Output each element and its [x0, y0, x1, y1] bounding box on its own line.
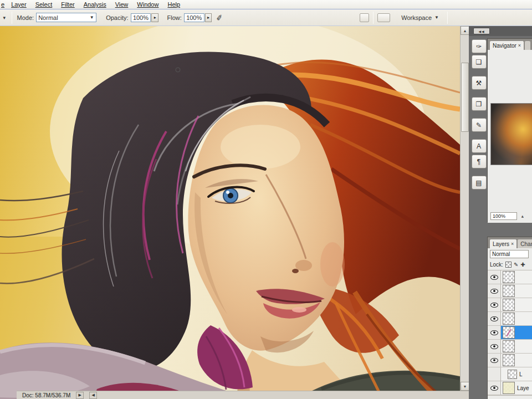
menu-image-partial[interactable]: e — [0, 1, 7, 8]
opacity-input[interactable]: 100% — [131, 13, 151, 22]
navigator-zoom-input[interactable]: 100% — [490, 212, 517, 220]
workspace-arrow-icon: ▼ — [434, 15, 439, 20]
mode-label: Mode: — [17, 14, 34, 21]
eye-icon — [490, 289, 498, 294]
lock-pixels-icon[interactable]: ✎ — [514, 262, 518, 268]
canvas-horizontal-scrollbar[interactable] — [97, 391, 469, 399]
layer-row[interactable] — [488, 312, 532, 326]
layer-row[interactable] — [488, 354, 532, 367]
lock-row: Lock: ✎ ✚ — [488, 259, 532, 270]
brush-preset-arrow-icon[interactable]: ▾ — [1, 15, 8, 21]
scrollbar-thumb[interactable] — [461, 63, 469, 132]
go-to-bridge-icon[interactable] — [377, 13, 390, 22]
styles-panel-icon[interactable]: ❏ — [472, 55, 487, 69]
navigator-body: 100% ▴ — [488, 50, 532, 223]
blend-mode-row: Normal — [488, 248, 532, 259]
palette-well-icon[interactable] — [360, 13, 369, 22]
eye-icon — [490, 303, 498, 308]
lock-position-icon[interactable]: ✚ — [520, 262, 525, 268]
collapse-dock-button[interactable]: ◀◀ — [473, 28, 490, 34]
canvas-vertical-scrollbar[interactable]: ▲ ▼ — [460, 26, 469, 391]
visibility-toggle[interactable] — [488, 284, 501, 298]
tab-partial[interactable] — [524, 40, 531, 50]
layer-comps-panel-icon[interactable]: ▤ — [472, 176, 487, 190]
visibility-toggle[interactable] — [488, 298, 501, 311]
clone-source-panel-icon[interactable]: ❐ — [472, 97, 487, 111]
eye-icon — [490, 344, 498, 349]
visibility-toggle[interactable] — [488, 312, 501, 325]
layer-thumbnail[interactable] — [503, 382, 515, 394]
visibility-toggle[interactable] — [488, 381, 501, 395]
layer-row[interactable]: L — [488, 367, 532, 381]
tab-label: Layers — [493, 241, 509, 247]
layer-thumbnail[interactable] — [503, 340, 515, 352]
opacity-slider-button[interactable]: ▸ — [151, 13, 158, 22]
menu-bar: e Layer Select Filter Analysis View Wind… — [0, 0, 532, 9]
menu-window[interactable]: Window — [132, 1, 163, 8]
layer-list: LLaye — [488, 270, 532, 395]
swatches-panel-icon[interactable]: ✑ — [472, 39, 487, 53]
options-separator — [447, 12, 448, 24]
options-separator — [12, 12, 12, 24]
tool-presets-panel-icon[interactable]: ⚒ — [472, 76, 487, 90]
visibility-toggle[interactable] — [488, 270, 501, 284]
layer-thumbnail[interactable] — [503, 271, 515, 283]
layer-name: Laye — [517, 385, 529, 391]
flow-label: Flow: — [167, 14, 182, 21]
blend-mode-dropdown[interactable]: Normal ▼ — [36, 13, 96, 22]
layer-row[interactable] — [488, 298, 532, 312]
flow-input[interactable]: 100% — [184, 13, 204, 22]
navigator-preview-thumbnail[interactable] — [490, 103, 532, 165]
visibility-toggle[interactable] — [488, 326, 501, 339]
layer-thumbnail[interactable] — [503, 285, 515, 297]
menu-select[interactable]: Select — [31, 1, 57, 8]
layer-row[interactable] — [488, 340, 532, 354]
tab-channels[interactable]: Chan — [517, 239, 532, 248]
status-expand-button[interactable]: ▶ — [76, 392, 84, 399]
scroll-up-button[interactable]: ▲ — [461, 26, 469, 35]
tab-label: Navigator — [493, 43, 516, 49]
layer-thumbnail[interactable] — [503, 354, 515, 366]
h-scroll-left-button[interactable]: ◀ — [89, 392, 97, 399]
layer-thumbnail[interactable] — [503, 326, 515, 339]
layer-blend-mode-dropdown[interactable]: Normal — [490, 250, 529, 258]
workspace-button[interactable]: Workspace ▼ — [397, 13, 443, 22]
scroll-down-button[interactable]: ▼ — [461, 382, 469, 391]
eye-icon — [490, 358, 498, 363]
lock-label: Lock: — [490, 262, 503, 268]
layer-row[interactable] — [488, 284, 532, 298]
dock-header: ◀◀ — [469, 26, 532, 36]
menu-view[interactable]: View — [111, 1, 133, 8]
layer-row[interactable] — [488, 270, 532, 284]
eye-icon — [490, 316, 498, 321]
tab-layers[interactable]: Layers × — [489, 239, 517, 248]
menu-layer[interactable]: Layer — [7, 1, 31, 8]
layer-thumbnail[interactable] — [503, 299, 515, 311]
lock-transparency-icon[interactable] — [505, 262, 511, 268]
paragraph-panel-icon[interactable]: ¶ — [472, 155, 487, 168]
visibility-toggle[interactable] — [488, 340, 501, 353]
character-panel-icon[interactable]: A — [472, 139, 487, 153]
layer-row[interactable] — [488, 326, 532, 340]
collapsed-panel-icon-strip: ✑❏⚒❐✎A¶▤ — [470, 39, 487, 191]
close-tab-icon[interactable]: × — [511, 241, 514, 247]
menu-help[interactable]: Help — [163, 1, 185, 8]
layer-thumbnail[interactable] — [508, 370, 517, 379]
menu-analysis[interactable]: Analysis — [79, 1, 111, 8]
zoom-slider-icon[interactable]: ▴ — [521, 214, 524, 218]
document-canvas[interactable] — [0, 26, 460, 399]
flow-slider-button[interactable]: ▸ — [205, 13, 212, 22]
tab-navigator[interactable]: Navigator × — [489, 40, 524, 50]
close-tab-icon[interactable]: × — [518, 43, 521, 48]
airbrush-toggle-icon[interactable]: ✐ — [216, 13, 223, 23]
menu-filter[interactable]: Filter — [57, 1, 79, 8]
brushes-panel-icon[interactable]: ✎ — [472, 118, 487, 132]
visibility-toggle[interactable] — [488, 354, 501, 367]
layers-tab-row: Layers × Chan — [488, 237, 532, 248]
visibility-toggle[interactable] — [488, 367, 501, 381]
layer-thumbnail[interactable] — [503, 313, 515, 325]
navigator-zoom-row: 100% ▴ — [488, 212, 532, 221]
eye-icon — [490, 386, 498, 391]
layer-row[interactable]: Laye — [488, 381, 532, 395]
eye-icon — [490, 275, 498, 280]
